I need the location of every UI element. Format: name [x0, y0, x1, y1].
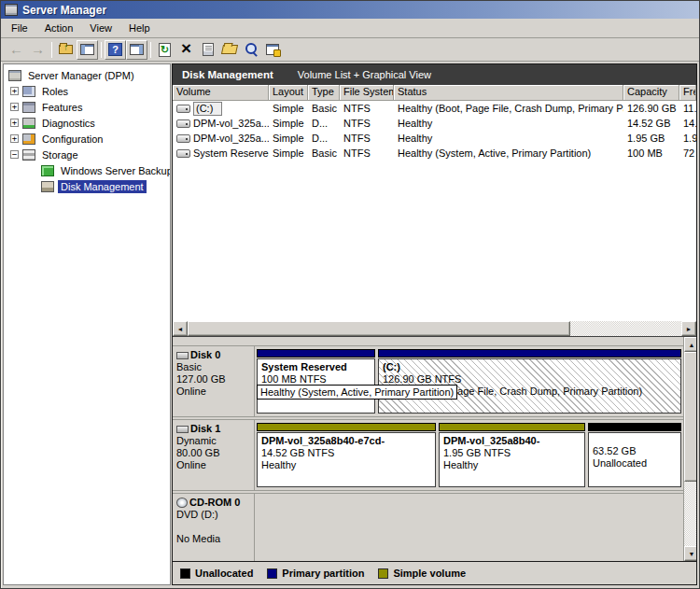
unallocated-space[interactable]: 63.52 GB Unallocated [588, 423, 681, 487]
open-button[interactable] [218, 40, 240, 60]
simple-volume-color-band [439, 423, 585, 431]
volume-layout: Simple [269, 146, 308, 161]
disk-name: Disk 0 [190, 349, 220, 361]
volume-dpm-1[interactable]: DPM-vol_325a8b40-e7cd- 14.52 GB NTFS Hea… [257, 423, 436, 487]
show-console-tree-button[interactable] [77, 40, 98, 60]
tree-item-windows-server-backup[interactable]: Windows Server Backup [4, 162, 170, 178]
tree-item-disk-management[interactable]: Disk Management [4, 178, 170, 194]
volume-detail: 14.52 GB NTFS [261, 447, 431, 459]
help-icon [108, 43, 122, 56]
column-header-capacity[interactable]: Capacity [623, 85, 679, 101]
scroll-up-button[interactable]: ▲ [684, 337, 696, 352]
volume-name: DPM-vol_325a... [193, 118, 269, 129]
features-icon [22, 102, 35, 113]
cdrom-0-strip [255, 494, 683, 561]
tree-item-label-selected: Disk Management [58, 180, 147, 193]
tree-item-server-manager[interactable]: Server Manager (DPM) [4, 67, 170, 83]
disk-kind: DVD (D:) [176, 509, 250, 521]
volume-type: Basic [308, 101, 340, 116]
menu-action[interactable]: Action [36, 21, 82, 35]
window-title: Server Manager [22, 4, 106, 17]
expand-icon[interactable]: + [10, 87, 19, 95]
show-action-pane-button[interactable] [126, 40, 147, 60]
vertical-scrollbar[interactable]: ▲ ▼ [683, 337, 696, 561]
volume-capacity: 1.95 GB [623, 131, 679, 146]
cdrom-0-info[interactable]: CD-ROM 0 DVD (D:) No Media [173, 494, 255, 561]
horizontal-scroll-thumb[interactable] [188, 321, 570, 336]
expand-icon[interactable]: + [10, 103, 19, 111]
tree-item-configuration[interactable]: + Configuration [4, 131, 170, 147]
back-icon [9, 41, 23, 58]
main-area: Server Manager (DPM) + Roles + Features … [3, 63, 697, 585]
disk-size: 80.00 GB [176, 447, 250, 459]
column-header-volume[interactable]: Volume [173, 85, 269, 101]
volume-free: 11. [679, 101, 696, 116]
properties-button[interactable] [197, 40, 218, 60]
volume-fs: NTFS [340, 116, 394, 131]
primary-partition-color-band [378, 349, 681, 358]
volume-capacity: 126.90 GB [623, 101, 679, 116]
volume-status: Healthy [443, 459, 581, 471]
vertical-scroll-track[interactable] [684, 482, 696, 546]
back-button[interactable] [6, 40, 27, 60]
scroll-left-button[interactable]: ◄ [173, 321, 188, 336]
refresh-button[interactable] [154, 40, 175, 60]
volume-type: Basic [308, 146, 340, 161]
tree-item-diagnostics[interactable]: + Diagnostics [4, 115, 170, 131]
volume-name: (C:) [193, 102, 222, 116]
find-button[interactable] [240, 40, 261, 60]
volume-status: Healthy [394, 116, 623, 131]
unallocated-color-band [588, 423, 681, 431]
tree-item-roles[interactable]: + Roles [4, 83, 170, 99]
title-bar[interactable]: Server Manager [1, 1, 699, 19]
up-one-level-button[interactable] [55, 40, 77, 60]
volume-row-system-reserved[interactable]: System Reserved Simple Basic NTFS Health… [173, 146, 696, 161]
column-header-file-system[interactable]: File System [340, 85, 394, 101]
disk-0-info[interactable]: Disk 0 Basic 127.00 GB Online [173, 346, 255, 416]
disk-1-info[interactable]: Disk 1 Dynamic 80.00 GB Online [173, 420, 255, 490]
column-header-free[interactable]: Fre [679, 85, 696, 101]
horizontal-scrollbar[interactable]: ◄ ► [173, 321, 696, 336]
menu-file[interactable]: File [3, 21, 36, 35]
volume-dpm-2[interactable]: DPM-vol_325a8b40- 1.95 GB NTFS Healthy [439, 423, 585, 487]
disk-state: Online [176, 459, 250, 471]
disk-1-row: Disk 1 Dynamic 80.00 GB Online DPM-vol_3… [173, 419, 683, 491]
collapse-icon[interactable]: − [10, 150, 19, 159]
menu-view[interactable]: View [81, 21, 120, 35]
tree-item-features[interactable]: + Features [4, 99, 170, 115]
volume-row-dpm-1[interactable]: DPM-vol_325a... Simple D... NTFS Healthy… [173, 116, 696, 131]
column-header-layout[interactable]: Layout [269, 85, 308, 101]
delete-button[interactable] [175, 40, 197, 60]
volume-capacity: 14.52 GB [623, 116, 679, 131]
help-button[interactable] [105, 40, 126, 60]
snap-in-button[interactable] [261, 40, 283, 60]
tree-item-label: Server Manager (DPM) [25, 69, 137, 82]
legend-label: Unallocated [195, 568, 253, 579]
horizontal-scroll-track[interactable] [570, 321, 681, 336]
forward-button[interactable] [27, 40, 49, 60]
scroll-right-button[interactable]: ► [681, 321, 696, 336]
column-header-status[interactable]: Status [394, 85, 623, 101]
server-manager-window: Server Manager File Action View Help Ser… [0, 0, 700, 589]
disk-size: 127.00 GB [176, 373, 250, 386]
unallocated-swatch [180, 568, 190, 579]
drive-icon [176, 149, 190, 158]
legend-bar: Unallocated Primary partition Simple vol… [173, 561, 696, 584]
toolbar-separator [51, 42, 52, 58]
volume-row-dpm-2[interactable]: DPM-vol_325a... Simple D... NTFS Healthy… [173, 131, 696, 146]
scroll-down-button[interactable]: ▼ [684, 546, 696, 561]
partition-system-reserved[interactable]: System Reserved 100 MB NTFS [257, 349, 375, 414]
partition-c[interactable]: (C:) 126.90 GB NTFS Healthy (Boot, Page … [378, 349, 681, 414]
column-header-type[interactable]: Type [308, 85, 340, 101]
tree-item-label: Roles [39, 85, 71, 98]
volume-fs: NTFS [340, 131, 394, 146]
properties-icon [203, 43, 214, 56]
expand-icon[interactable]: + [10, 134, 19, 143]
expand-icon[interactable]: + [10, 119, 19, 127]
volume-free: 1.9 [679, 131, 696, 146]
storage-icon [22, 149, 35, 161]
menu-help[interactable]: Help [120, 21, 159, 35]
vertical-scroll-thumb[interactable] [684, 352, 696, 482]
volume-row-c[interactable]: (C:) Simple Basic NTFS Healthy (Boot, Pa… [173, 101, 696, 116]
tree-item-storage[interactable]: − Storage [4, 147, 170, 162]
